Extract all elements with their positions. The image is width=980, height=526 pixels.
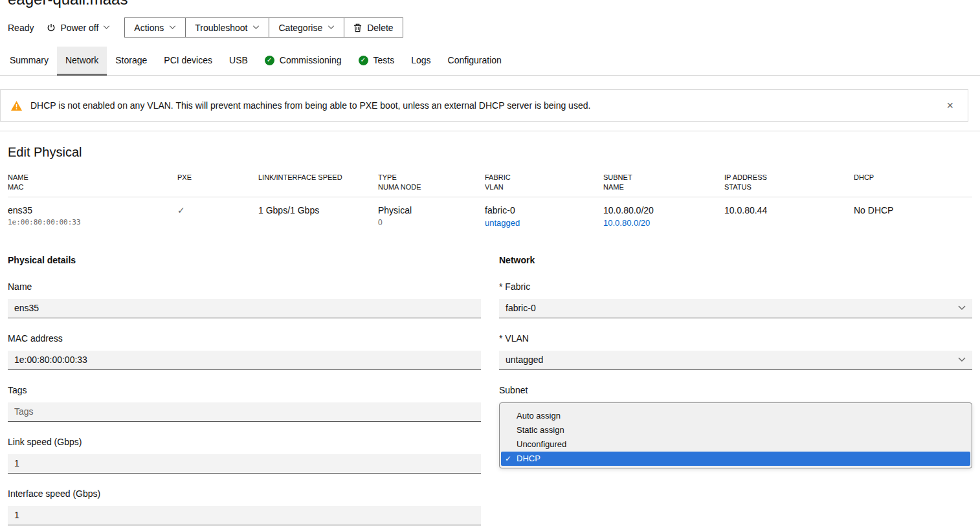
tab-label: Logs: [411, 55, 430, 65]
col-name-mac: NAMEMAC: [8, 173, 177, 192]
machine-actions-group: Actions Troubleshoot Categorise Delete: [124, 17, 403, 38]
machine-network-page: eager-quail.maas Ready Power off Actions…: [0, 0, 980, 526]
categorise-button[interactable]: Categorise: [269, 17, 344, 38]
name-label: Name: [8, 281, 481, 292]
interface-speed-field-group: Interface speed (Gbps): [8, 488, 481, 525]
interface-type: Physical: [378, 205, 412, 215]
tab-label: Configuration: [448, 55, 502, 65]
warning-icon: [11, 101, 22, 111]
actions-button[interactable]: Actions: [124, 17, 186, 38]
tab-commissioning[interactable]: ✓ Commissioning: [256, 47, 350, 76]
mac-address-label: MAC address: [8, 333, 481, 344]
tab-summary[interactable]: Summary: [1, 47, 57, 76]
option-label: DHCP: [517, 454, 540, 463]
interface-table: NAMEMAC PXE LINK/INTERFACE SPEED TYPENUM…: [8, 173, 972, 238]
physical-details-column: Physical details Name MAC address Tags L…: [8, 255, 481, 526]
fabric-select-value: fabric-0: [506, 303, 536, 313]
power-menu-button[interactable]: Power off: [43, 19, 114, 37]
vlan-select[interactable]: untagged: [499, 351, 972, 370]
success-check-icon: ✓: [265, 56, 274, 65]
subnet-option-unconfigured[interactable]: Unconfigured: [501, 437, 970, 452]
fabric-select[interactable]: fabric-0: [499, 299, 972, 318]
delete-button[interactable]: Delete: [344, 17, 403, 38]
tab-network[interactable]: Network: [57, 47, 107, 76]
col-pxe: PXE: [177, 173, 258, 192]
link-speed-input[interactable]: [8, 454, 481, 474]
power-menu-label: Power off: [60, 23, 98, 33]
tags-input[interactable]: [8, 402, 481, 422]
subnet-option-auto-assign[interactable]: Auto assign: [501, 409, 970, 423]
cell-fabric-vlan: fabric-0 untagged: [485, 205, 603, 228]
option-label: Unconfigured: [517, 439, 566, 449]
troubleshoot-button[interactable]: Troubleshoot: [185, 17, 269, 38]
tab-label: Commissioning: [280, 55, 342, 65]
tab-storage[interactable]: Storage: [107, 47, 155, 76]
tab-label: USB: [229, 55, 248, 65]
check-icon: ✓: [505, 454, 517, 463]
tab-usb[interactable]: USB: [221, 47, 256, 76]
name-input[interactable]: [8, 299, 481, 318]
name-field-group: Name: [8, 281, 481, 318]
col-dhcp: DHCP: [854, 173, 972, 192]
tab-label: PCI devices: [164, 55, 212, 65]
chevron-down-icon: [958, 357, 966, 362]
numa-node: 0: [378, 218, 485, 227]
col-type-numa: TYPENUMA NODE: [378, 173, 485, 192]
interface-mac: 1e:00:80:00:00:33: [8, 218, 177, 226]
tab-label: Summary: [10, 55, 49, 65]
categorise-button-label: Categorise: [278, 23, 322, 33]
tab-tests[interactable]: ✓ Tests: [350, 47, 403, 76]
cell-name-mac: ens35 1e:00:80:00:00:33: [8, 205, 177, 228]
tab-logs[interactable]: Logs: [403, 47, 439, 76]
machine-title: eager-quail.maas: [8, 0, 128, 8]
physical-details-title: Physical details: [8, 255, 481, 265]
subnet-field-group: Subnet Auto assign Static assign Unco: [499, 385, 972, 468]
vlan-label: * VLAN: [499, 333, 972, 344]
subnet-option-static-assign[interactable]: Static assign: [501, 423, 970, 437]
tab-label: Storage: [115, 55, 147, 65]
tags-label: Tags: [8, 385, 481, 395]
interface-speed-input[interactable]: [8, 506, 481, 525]
col-ip-status: IP ADDRESSSTATUS: [724, 173, 854, 192]
edit-physical-title: Edit Physical: [8, 145, 972, 160]
mac-address-input[interactable]: [8, 351, 481, 370]
col-link-speed: LINK/INTERFACE SPEED: [258, 173, 378, 192]
vlan-select-value: untagged: [506, 355, 543, 365]
edit-physical-card: Edit Physical NAMEMAC PXE LINK/INTERFACE…: [0, 131, 980, 526]
chevron-down-icon: [252, 25, 260, 30]
machine-status: Ready: [8, 23, 34, 33]
edit-physical-form: Physical details Name MAC address Tags L…: [8, 255, 972, 526]
success-check-icon: ✓: [359, 56, 368, 65]
troubleshoot-button-label: Troubleshoot: [195, 23, 247, 33]
col-subnet-name: SUBNETNAME: [603, 173, 724, 192]
interface-speed-label: Interface speed (Gbps): [8, 488, 481, 499]
machine-tabs: Summary Network Storage PCI devices USB …: [0, 47, 980, 76]
fabric-label: * Fabric: [499, 281, 972, 292]
actions-button-label: Actions: [134, 23, 164, 33]
col-fabric-vlan: FABRICVLAN: [485, 173, 603, 192]
subnet-dropdown-open: Auto assign Static assign Unconfigured ✓: [499, 402, 972, 468]
warning-message: DHCP is not enabled on any VLAN. This wi…: [30, 100, 590, 111]
chevron-down-icon: [328, 25, 335, 30]
tab-configuration[interactable]: Configuration: [440, 47, 510, 76]
tab-pci-devices[interactable]: PCI devices: [155, 47, 221, 76]
close-icon[interactable]: ×: [942, 98, 957, 113]
chevron-down-icon: [958, 305, 966, 311]
trash-icon: [353, 23, 362, 32]
network-title: Network: [499, 255, 972, 265]
subnet-option-dhcp[interactable]: ✓ DHCP: [501, 452, 970, 466]
cell-link-speed: 1 Gbps/1 Gbps: [258, 205, 378, 228]
tags-field-group: Tags: [8, 385, 481, 422]
subnet-label: Subnet: [499, 385, 972, 395]
cell-dhcp: No DHCP: [854, 205, 972, 228]
subnet-link[interactable]: 10.0.80.0/20: [603, 218, 650, 228]
interface-table-header: NAMEMAC PXE LINK/INTERFACE SPEED TYPENUM…: [8, 173, 972, 197]
link-speed-field-group: Link speed (Gbps): [8, 437, 481, 474]
cell-subnet-name: 10.0.80.0/20 10.0.80.0/20: [603, 205, 724, 228]
fabric-field-group: * Fabric fabric-0: [499, 281, 972, 318]
tab-label: Tests: [373, 55, 395, 65]
cell-pxe: ✓: [177, 205, 258, 228]
warning-banner: DHCP is not enabled on any VLAN. This wi…: [0, 89, 968, 122]
vlan-link[interactable]: untagged: [485, 218, 520, 228]
cell-ip-status: 10.0.80.44: [724, 205, 854, 228]
